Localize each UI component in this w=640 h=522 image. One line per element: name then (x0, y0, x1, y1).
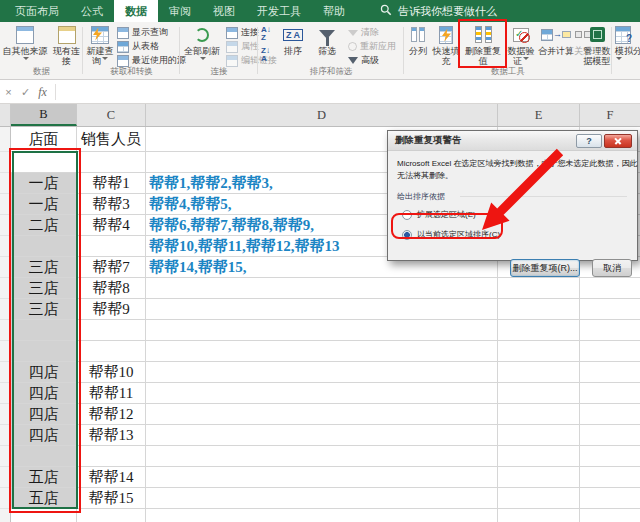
cell-salesperson[interactable] (77, 509, 146, 522)
row-header-sliver[interactable] (0, 509, 11, 522)
filter-button[interactable]: 筛选 (312, 24, 342, 56)
cell-salesperson[interactable]: 帮帮8 (77, 278, 146, 299)
remove-duplicates-button[interactable]: 删除重复值 (462, 24, 504, 66)
data-validation-button[interactable]: 数据验证 (506, 24, 536, 66)
radio-expand-selection[interactable]: 扩展选定区域(E) (402, 209, 476, 220)
cell-name-list[interactable] (146, 446, 498, 467)
row-header-sliver[interactable] (0, 173, 11, 194)
row-header-corner[interactable] (0, 104, 11, 126)
tell-me-search[interactable]: 告诉我你想要做什么 (370, 0, 507, 22)
enter-icon[interactable]: ✓ (17, 86, 34, 99)
cell-store[interactable]: 四店 (11, 404, 77, 425)
cell-store-header[interactable]: 店面 (11, 127, 77, 152)
cell-e[interactable] (498, 488, 580, 509)
row-header-sliver[interactable] (0, 236, 11, 257)
cell-e[interactable] (498, 299, 580, 320)
row-header-sliver[interactable] (0, 425, 11, 446)
cell-f[interactable] (580, 488, 640, 509)
new-query-button[interactable]: 新建查询 (85, 24, 115, 66)
cell-f[interactable] (580, 383, 640, 404)
sort-descending-button[interactable]: Z↓A (261, 48, 270, 61)
cell-salesperson[interactable] (77, 236, 146, 257)
cell-salesperson[interactable]: 帮帮1 (77, 173, 146, 194)
cell-salesperson[interactable] (77, 152, 146, 173)
sort-button[interactable]: Z A 排序 (278, 24, 308, 56)
cell-name-list[interactable] (146, 383, 498, 404)
row-header-sliver[interactable] (0, 299, 11, 320)
cell-f[interactable] (580, 425, 640, 446)
cell-store[interactable]: 三店 (11, 278, 77, 299)
ribbon-tab[interactable]: 视图 (202, 0, 246, 22)
flash-fill-button[interactable]: 快速填充 (431, 24, 461, 66)
row-header-sliver[interactable] (0, 320, 11, 341)
cell-store[interactable] (11, 509, 77, 522)
cell-salesperson[interactable]: 帮帮14 (77, 467, 146, 488)
cell-salesperson[interactable]: 帮帮15 (77, 488, 146, 509)
connections-button[interactable]: 连接 (226, 26, 259, 39)
cell-f[interactable] (580, 278, 640, 299)
cell-salesperson[interactable] (77, 320, 146, 341)
row-header-sliver[interactable] (0, 383, 11, 404)
cell-e[interactable] (498, 404, 580, 425)
cell-salesperson-header[interactable]: 销售人员 (77, 127, 146, 152)
cell-e[interactable] (498, 278, 580, 299)
cell-name-list[interactable] (146, 467, 498, 488)
row-header-sliver[interactable] (0, 362, 11, 383)
close-icon[interactable] (604, 134, 632, 148)
cell-store[interactable] (11, 320, 77, 341)
cell-f[interactable] (580, 362, 640, 383)
cancel-icon[interactable]: × (0, 86, 17, 98)
cell-store[interactable]: 一店 (11, 173, 77, 194)
ribbon-tab[interactable]: 数据 (114, 0, 158, 22)
radio-continue-current-selection[interactable]: 以当前选定区域排序(C) (402, 229, 500, 240)
row-header-sliver[interactable] (0, 257, 11, 278)
cell-store[interactable]: 五店 (11, 488, 77, 509)
cell-salesperson[interactable]: 帮帮12 (77, 404, 146, 425)
from-other-sources-button[interactable]: 自其他来源 (2, 24, 48, 66)
cell-store[interactable]: 三店 (11, 257, 77, 278)
cell-store[interactable]: 五店 (11, 467, 77, 488)
row-header-sliver[interactable] (0, 488, 11, 509)
manage-data-model-button[interactable]: 管理数据模型 (582, 24, 612, 66)
cell-salesperson[interactable]: 帮帮9 (77, 299, 146, 320)
consolidate-button[interactable]: → 合并计算 (538, 24, 574, 56)
cell-salesperson[interactable]: 帮帮4 (77, 215, 146, 236)
cell-name-list[interactable] (146, 404, 498, 425)
show-queries-button[interactable]: 显示查询 (117, 26, 168, 39)
cell-name-list[interactable] (146, 278, 498, 299)
from-table-button[interactable]: 从表格 (117, 40, 159, 53)
help-button[interactable]: ? (576, 134, 602, 148)
cell-name-list[interactable] (146, 509, 498, 522)
fx-icon[interactable]: fx (34, 85, 51, 100)
cell-e[interactable] (498, 446, 580, 467)
cell-name-list[interactable] (146, 488, 498, 509)
formula-input[interactable] (61, 81, 640, 103)
cell-salesperson[interactable]: 帮帮11 (77, 383, 146, 404)
row-header-sliver[interactable] (0, 446, 11, 467)
column-header-d[interactable]: D (146, 104, 498, 126)
row-header-sliver[interactable] (0, 152, 11, 173)
sort-ascending-button[interactable]: A↓Z (261, 27, 271, 40)
cell-f[interactable] (580, 467, 640, 488)
row-header-sliver[interactable] (0, 341, 11, 362)
ribbon-tab[interactable]: 帮助 (312, 0, 356, 22)
cell-f[interactable] (580, 446, 640, 467)
cell-f[interactable] (580, 320, 640, 341)
existing-connections-button[interactable]: 现有连接 (50, 24, 83, 66)
cell-store[interactable]: 四店 (11, 362, 77, 383)
cell-salesperson[interactable]: 帮帮7 (77, 257, 146, 278)
ribbon-tab[interactable]: 开发工具 (246, 0, 312, 22)
column-header-b[interactable]: B (11, 104, 77, 126)
cell-name-list[interactable] (146, 320, 498, 341)
column-header-c[interactable]: C (77, 104, 146, 126)
row-header-sliver[interactable] (0, 278, 11, 299)
what-if-analysis-button[interactable]: ? 模拟分析 (615, 24, 640, 66)
cell-name-list[interactable] (146, 425, 498, 446)
cell-f[interactable] (580, 509, 640, 522)
cell-store[interactable] (11, 152, 77, 173)
cell-name-list[interactable] (146, 362, 498, 383)
cell-e[interactable] (498, 425, 580, 446)
text-to-columns-button[interactable]: 分列 (406, 24, 430, 56)
cell-f[interactable] (580, 299, 640, 320)
cell-store[interactable] (11, 446, 77, 467)
